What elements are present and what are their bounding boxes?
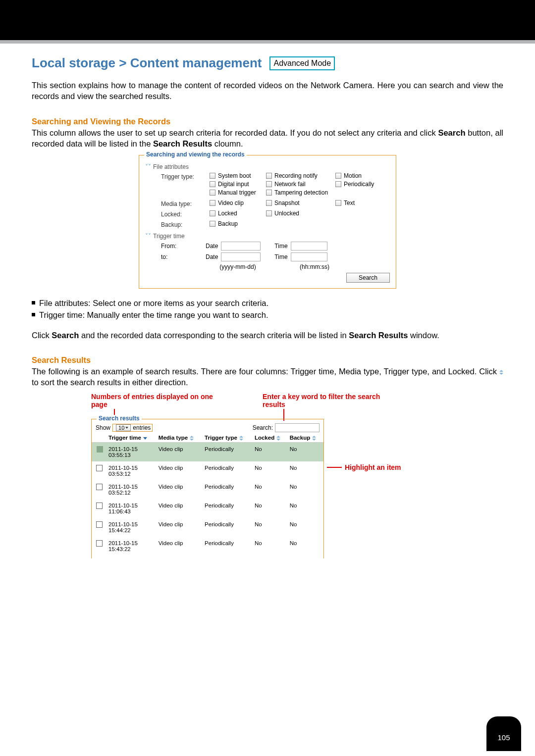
page-number: 105	[486, 716, 521, 751]
table-cell: Video clip	[157, 518, 203, 537]
table-row[interactable]: 2011-10-1503:52:12Video clipPeriodically…	[92, 480, 323, 499]
table-cell: Periodically	[203, 537, 253, 555]
table-cell: Periodically	[203, 499, 253, 518]
checkbox-label: Recording notify	[274, 172, 318, 179]
checkbox-label: Manual trigger	[218, 189, 256, 196]
checkbox-option[interactable]: Backup	[210, 220, 262, 227]
checkbox-option[interactable]: Unlocked	[266, 210, 331, 217]
to-date-label: Date	[206, 253, 218, 260]
checkbox-option[interactable]: Motion	[335, 172, 385, 179]
checkbox-label: Tampering detection	[274, 189, 328, 196]
table-row[interactable]: 2011-10-1515:43:22Video clipPeriodically…	[92, 537, 323, 555]
results-search-input[interactable]	[275, 423, 320, 432]
to-time-label: Time	[274, 253, 287, 260]
checkbox-label: Unlocked	[274, 210, 299, 217]
table-cell: Video clip	[157, 442, 203, 461]
table-row[interactable]: 2011-10-1511:06:43Video clipPeriodically…	[92, 499, 323, 518]
table-cell: 2011-10-1511:06:43	[107, 499, 157, 518]
table-cell: Video clip	[157, 480, 203, 499]
table-cell: Video clip	[157, 537, 203, 555]
column-header[interactable]: Media type	[157, 433, 203, 443]
from-time-input[interactable]	[291, 242, 327, 251]
checkbox-option[interactable]: Manual trigger	[210, 189, 262, 196]
dropdown-icon	[125, 427, 128, 429]
sort-icon[interactable]	[312, 436, 316, 441]
checkbox-icon[interactable]	[335, 200, 341, 206]
entries-select[interactable]: 10	[116, 424, 131, 431]
row-checkbox[interactable]	[96, 540, 103, 547]
column-header[interactable]: Locked	[253, 433, 288, 443]
checkbox-option[interactable]: Tampering detection	[266, 189, 331, 196]
row-checkbox[interactable]	[96, 465, 103, 471]
bullet-icon	[32, 301, 35, 304]
checkbox-icon[interactable]	[210, 221, 215, 227]
checkbox-label: Video clip	[218, 200, 244, 206]
row-checkbox[interactable]	[96, 503, 103, 509]
trigger-time-group[interactable]: ˅˅Trigger time	[145, 233, 390, 240]
checkbox-label: Backup	[218, 220, 238, 227]
table-row[interactable]: 2011-10-1515:44:22Video clipPeriodically…	[92, 518, 323, 537]
column-header[interactable]: Trigger type	[203, 433, 253, 443]
to-time-input[interactable]	[291, 252, 327, 261]
checkbox-icon[interactable]	[210, 173, 215, 179]
table-cell: No	[288, 442, 323, 461]
checkbox-option[interactable]: Digital input	[210, 181, 262, 188]
annotation-filter: Enter a key word to filter the search re…	[263, 393, 386, 408]
row-checkbox[interactable]	[96, 521, 103, 528]
backup-label: Backup:	[145, 220, 210, 228]
table-cell: Periodically	[203, 480, 253, 499]
sort-icon[interactable]	[276, 436, 280, 441]
checkbox-icon[interactable]	[210, 210, 215, 216]
chevron-down-icon: ˅˅	[145, 233, 151, 240]
checkbox-option[interactable]: Network fail	[266, 181, 331, 188]
checkbox-icon[interactable]	[335, 173, 341, 179]
table-cell: No	[288, 537, 323, 555]
checkbox-label: Motion	[344, 172, 362, 179]
to-label: to:	[145, 253, 206, 260]
search-button[interactable]: Search	[346, 273, 390, 283]
date-hint: (yyyy-mm-dd)	[206, 263, 270, 270]
checkbox-icon[interactable]	[210, 200, 215, 206]
to-date-input[interactable]	[221, 252, 261, 261]
checkbox-option[interactable]: System boot	[210, 172, 262, 179]
sort-icon[interactable]	[239, 436, 243, 441]
table-cell: 2011-10-1503:53:12	[107, 461, 157, 480]
checkbox-label: Text	[344, 200, 355, 206]
sort-icon[interactable]	[143, 437, 147, 440]
results-search-label: Search:	[253, 424, 273, 431]
table-cell: Periodically	[203, 442, 253, 461]
sort-icon[interactable]	[190, 436, 194, 441]
column-header[interactable]: Trigger time	[107, 433, 157, 443]
locked-label: Locked:	[145, 210, 210, 218]
checkbox-icon[interactable]	[335, 181, 341, 187]
checkbox-icon[interactable]	[210, 190, 215, 196]
checkbox-icon[interactable]	[266, 173, 272, 179]
column-header[interactable]: Backup	[288, 433, 323, 443]
checkbox-option[interactable]: Locked	[210, 210, 262, 217]
checkbox-icon[interactable]	[266, 210, 272, 216]
page-title: Local storage > Content management	[32, 55, 262, 71]
checkbox-option[interactable]: Snapshot	[266, 200, 331, 206]
trigger-type-label: Trigger type:	[145, 172, 210, 180]
file-attributes-group[interactable]: ˅˅File attributes	[145, 163, 390, 170]
intro-paragraph: This section explains how to manage the …	[32, 80, 503, 102]
checkbox-icon[interactable]	[266, 200, 272, 206]
checkbox-icon[interactable]	[266, 190, 272, 196]
checkbox-option[interactable]: Periodically	[335, 181, 385, 188]
from-date-input[interactable]	[221, 242, 261, 251]
checkbox-option[interactable]: Video clip	[210, 200, 262, 206]
checkbox-option[interactable]: Recording notify	[266, 172, 331, 179]
checkbox-icon[interactable]	[266, 181, 272, 187]
search-results-heading: Search Results	[32, 355, 503, 365]
checkbox-option[interactable]: Text	[335, 200, 385, 206]
checkbox-icon[interactable]	[210, 181, 215, 187]
show-label: Show	[96, 424, 110, 431]
row-checkbox[interactable]	[96, 484, 103, 490]
from-label: From:	[145, 243, 206, 250]
media-type-label: Media type:	[145, 200, 210, 207]
table-row[interactable]: 2011-10-1503:55:13Video clipPeriodically…	[92, 442, 323, 461]
row-checkbox[interactable]	[97, 446, 103, 453]
from-date-label: Date	[206, 243, 218, 250]
table-row[interactable]: 2011-10-1503:53:12Video clipPeriodically…	[92, 461, 323, 480]
table-cell: No	[253, 480, 288, 499]
